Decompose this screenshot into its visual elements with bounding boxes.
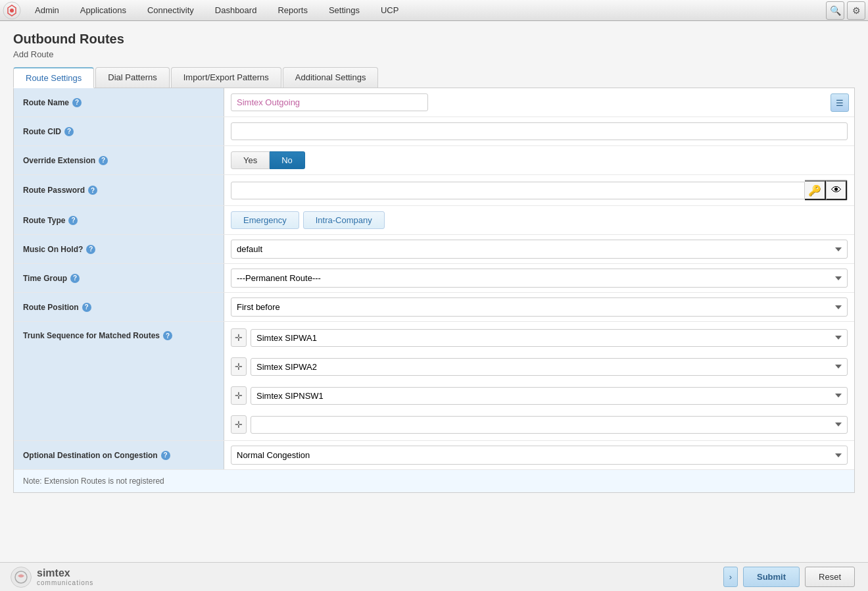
password-key-button[interactable]: 🔑 (805, 180, 826, 200)
logo (3, 1, 21, 20)
trunk-row-4: ✛ (231, 415, 848, 434)
trunk-drag-3[interactable]: ✛ (231, 386, 247, 405)
svg-point-1 (10, 9, 14, 13)
route-position-select[interactable]: First before Last after (231, 297, 848, 317)
trunk-select-1[interactable]: Simtex SIPWA1 (251, 329, 848, 347)
override-extension-yes[interactable]: Yes (231, 151, 270, 169)
trunk-sequence-row: Trunk Sequence for Matched Routes ? ✛ Si… (14, 322, 854, 441)
override-extension-no[interactable]: No (270, 151, 305, 169)
route-password-label: Route Password ? (14, 175, 224, 205)
tab-additional-settings[interactable]: Additional Settings (283, 67, 379, 88)
trunk-select-4[interactable] (251, 416, 848, 434)
route-password-row: Route Password ? 🔑 👁 (14, 175, 854, 206)
password-eye-button[interactable]: 👁 (826, 180, 847, 200)
footer-brand-text: simtex communications (37, 567, 93, 586)
nav-item-connectivity[interactable]: Connectivity (137, 2, 204, 18)
trunk-row-1: ✛ Simtex SIPWA1 (231, 328, 848, 347)
nav-icon-group: 🔍 ⚙ (826, 1, 865, 20)
route-position-row: Route Position ? First before Last after (14, 293, 854, 322)
trunk-sequence-help[interactable]: ? (163, 331, 172, 340)
settings-button[interactable]: ⚙ (847, 1, 865, 20)
optional-destination-row: Optional Destination on Congestion ? Nor… (14, 441, 854, 470)
time-group-label: Time Group ? (14, 264, 224, 292)
tab-import-export-patterns[interactable]: Import/Export Patterns (171, 67, 281, 88)
route-type-intra-company[interactable]: Intra-Company (303, 211, 385, 229)
route-type-group: Emergency Intra-Company (231, 211, 385, 229)
route-password-help[interactable]: ? (88, 186, 97, 195)
route-type-help[interactable]: ? (68, 216, 78, 225)
footer-logo: simtex communications (11, 567, 93, 588)
footer-logo-icon (11, 567, 32, 588)
nav-item-ucp[interactable]: UCP (371, 2, 408, 18)
route-type-emergency[interactable]: Emergency (231, 211, 299, 229)
override-extension-toggle: Yes No (231, 151, 305, 169)
prev-button[interactable]: › (723, 567, 738, 587)
password-icons: 🔑 👁 (805, 180, 848, 201)
override-extension-row: Override Extension ? Yes No (14, 146, 854, 175)
nav-item-settings[interactable]: Settings (319, 2, 370, 18)
page-content: Outbound Routes Add Route Route Settings… (0, 21, 868, 591)
nav-item-admin[interactable]: Admin (25, 2, 69, 18)
music-on-hold-label: Music On Hold? ? (14, 235, 224, 263)
trunk-drag-4[interactable]: ✛ (231, 415, 247, 434)
trunk-drag-1[interactable]: ✛ (231, 328, 247, 347)
trunk-fields-area: ✛ Simtex SIPWA1 ✛ Simtex SIPWA2 (231, 328, 848, 434)
override-extension-help[interactable]: ? (99, 156, 108, 165)
reset-button[interactable]: Reset (805, 567, 855, 587)
route-cid-input[interactable] (231, 122, 848, 140)
route-cid-label: Route CID ? (14, 117, 224, 145)
route-password-input[interactable] (231, 182, 805, 199)
trunk-row-2: ✛ Simtex SIPWA2 (231, 357, 848, 376)
override-extension-field: Yes No (224, 146, 854, 174)
trunk-sequence-field: ✛ Simtex SIPWA1 ✛ Simtex SIPWA2 (224, 322, 854, 440)
form-panel: ☰ Route Name ? Route CID ? Over (13, 88, 855, 493)
route-position-help[interactable]: ? (82, 303, 91, 312)
page-title: Outbound Routes (13, 32, 855, 47)
music-on-hold-row: Music On Hold? ? default none inherit (14, 235, 854, 264)
route-type-label: Route Type ? (14, 206, 224, 234)
tab-dial-patterns[interactable]: Dial Patterns (95, 67, 169, 88)
trunk-row-3: ✛ Simtex SIPNSW1 (231, 386, 848, 405)
optional-destination-field: Normal Congestion (224, 441, 854, 469)
nav-item-reports[interactable]: Reports (268, 2, 318, 18)
override-extension-label: Override Extension ? (14, 146, 224, 174)
route-name-row: Route Name ? (14, 88, 854, 117)
music-on-hold-help[interactable]: ? (86, 245, 95, 254)
route-cid-field (224, 117, 854, 145)
tab-route-settings[interactable]: Route Settings (13, 67, 94, 88)
prev-icon: › (729, 572, 732, 582)
music-on-hold-field: default none inherit (224, 235, 854, 263)
route-position-field: First before Last after (224, 293, 854, 321)
route-password-field: 🔑 👁 (224, 175, 854, 205)
note-text: Note: Extension Routes is not registered (23, 474, 845, 488)
route-cid-help[interactable]: ? (64, 127, 74, 136)
nav-item-dashboard[interactable]: Dashboard (205, 2, 267, 18)
optional-destination-help[interactable]: ? (161, 451, 170, 460)
search-button[interactable]: 🔍 (826, 1, 844, 20)
time-group-help[interactable]: ? (70, 274, 80, 283)
note-row: Note: Extension Routes is not registered (14, 470, 854, 492)
music-on-hold-select[interactable]: default none inherit (231, 240, 848, 259)
trunk-sequence-label: Trunk Sequence for Matched Routes ? (14, 322, 224, 440)
trunk-select-2[interactable]: Simtex SIPWA2 (251, 358, 848, 376)
trunk-drag-2[interactable]: ✛ (231, 357, 247, 376)
time-group-field: ---Permanent Route--- (224, 264, 854, 292)
route-name-input[interactable] (231, 93, 428, 111)
route-position-label: Route Position ? (14, 293, 224, 321)
key-icon: 🔑 (808, 184, 821, 197)
gear-icon: ⚙ (852, 5, 861, 16)
footer: simtex communications › Submit Reset (0, 562, 868, 591)
route-cid-row: Route CID ? (14, 117, 854, 146)
optional-destination-select[interactable]: Normal Congestion (231, 446, 848, 465)
route-name-field (224, 88, 854, 116)
submit-button[interactable]: Submit (743, 567, 800, 587)
list-icon: ☰ (836, 98, 844, 108)
nav-item-applications[interactable]: Applications (70, 2, 136, 18)
route-name-help[interactable]: ? (72, 98, 82, 107)
eye-icon: 👁 (831, 184, 842, 196)
time-group-row: Time Group ? ---Permanent Route--- (14, 264, 854, 293)
trunk-select-3[interactable]: Simtex SIPNSW1 (251, 387, 848, 405)
collapse-button[interactable]: ☰ (831, 93, 849, 112)
time-group-select[interactable]: ---Permanent Route--- (231, 269, 848, 288)
password-wrapper: 🔑 👁 (231, 180, 848, 201)
